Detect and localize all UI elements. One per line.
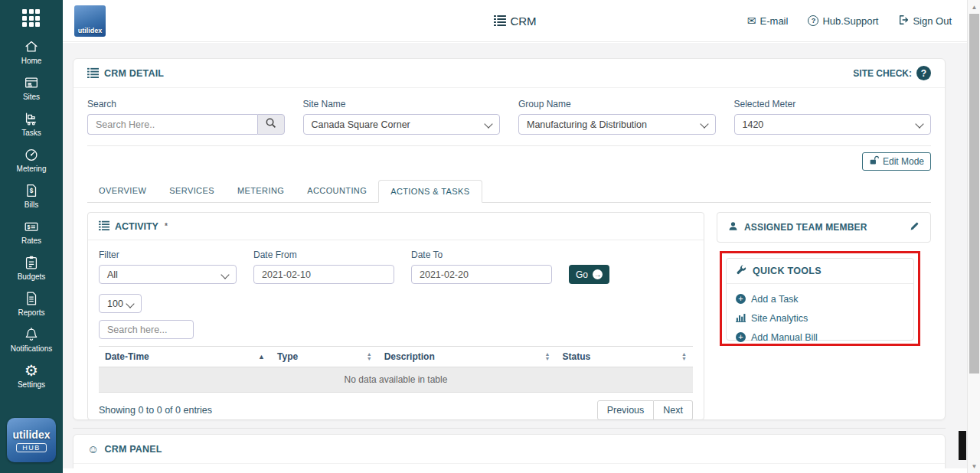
scrollbar-down-icon[interactable]: ▼ <box>968 461 980 471</box>
crm-panel-header: ☺ CRM PANEL <box>74 435 945 464</box>
quick-tools-title: QUICK TOOLS <box>753 266 822 276</box>
crm-panel-title-text: CRM PANEL <box>105 444 162 455</box>
search-input[interactable] <box>87 114 257 135</box>
sidebar: Home Sites Tasks Metering $ Bills $ Rate… <box>0 0 63 473</box>
tab-bar: OVERVIEW SERVICES METERING ACCOUNTING AC… <box>87 180 931 203</box>
table-search-input[interactable] <box>99 320 194 339</box>
tab-services[interactable]: SERVICES <box>158 180 226 202</box>
crm-panel-card: ☺ CRM PANEL <box>73 434 946 473</box>
column-header-date-time[interactable]: Date-Time▲ <box>99 347 271 367</box>
app-logo[interactable]: utilidex <box>74 5 106 37</box>
activity-table: Date-Time▲ Type▲▼ Description▲▼ Status▲▼… <box>99 346 693 393</box>
add-a-task-link[interactable]: + Add a Task <box>736 289 904 308</box>
search-icon <box>265 117 276 132</box>
tab-overview[interactable]: OVERVIEW <box>87 180 158 202</box>
go-button-label: Go <box>576 269 588 280</box>
search-button[interactable] <box>257 114 285 135</box>
group-name-value: Manufacturing & Distribution <box>527 119 647 130</box>
column-header-type[interactable]: Type▲▼ <box>271 347 378 367</box>
sidebar-item-home[interactable]: Home <box>0 34 63 70</box>
add-manual-bill-label: Add Manual Bill <box>751 332 818 343</box>
bills-icon: $ <box>23 182 40 199</box>
page-bottom-edge <box>63 468 967 473</box>
divider <box>87 145 931 146</box>
site-name-select[interactable]: Canada Square Corner <box>303 114 501 135</box>
quick-tools-header: QUICK TOOLS <box>727 259 913 284</box>
page-size-select[interactable]: 100 <box>99 294 142 313</box>
sidebar-item-metering[interactable]: Metering <box>0 142 63 178</box>
site-analytics-link[interactable]: Site Analytics <box>736 308 904 328</box>
group-name-select[interactable]: Manufacturing & Distribution <box>518 114 716 135</box>
home-icon <box>23 38 40 55</box>
grid-menu-icon[interactable] <box>22 9 41 28</box>
assigned-team-member-card: ASSIGNED TEAM MEMBER <box>717 212 931 243</box>
activity-header: ACTIVITY* <box>88 213 704 240</box>
list-icon <box>493 14 505 28</box>
date-from-input[interactable] <box>253 265 394 284</box>
go-button[interactable]: Go → <box>569 265 609 284</box>
crm-detail-card: CRM DETAIL SITE CHECK: ? Search <box>73 58 946 420</box>
settings-icon: ⚙ <box>24 362 38 379</box>
selected-meter-select[interactable]: 1420 <box>734 114 932 135</box>
svg-text:$: $ <box>27 224 30 230</box>
activity-title: ACTIVITY <box>115 221 158 232</box>
screen-artifact <box>959 431 966 460</box>
scrollbar-thumb[interactable] <box>969 14 979 374</box>
search-label: Search <box>87 99 285 109</box>
main-content: CRM DETAIL SITE CHECK: ? Search <box>63 43 967 473</box>
previous-button[interactable]: Previous <box>597 400 655 420</box>
activity-body: Filter All Date From Date To <box>88 240 704 420</box>
date-from-label: Date From <box>253 250 394 260</box>
notifications-icon <box>23 326 40 343</box>
sort-asc-icon: ▲ <box>258 353 265 360</box>
group-name-column: Group Name Manufacturing & Distribution <box>518 99 716 135</box>
person-icon <box>728 221 738 233</box>
date-to-input[interactable] <box>411 265 552 284</box>
crm-detail-body: Search Site Name Canada Square Corner Gr… <box>74 88 945 420</box>
sidebar-item-reports[interactable]: Reports <box>0 285 63 321</box>
tab-metering[interactable]: METERING <box>226 180 296 202</box>
site-name-label: Site Name <box>303 99 501 109</box>
activity-title-asterisk: * <box>165 222 168 230</box>
next-button[interactable]: Next <box>654 400 693 420</box>
sidebar-item-label: Settings <box>18 380 45 389</box>
sidebar-item-tasks[interactable]: Tasks <box>0 106 63 142</box>
sign-out-link[interactable]: Sign Out <box>898 15 952 28</box>
sidebar-logo-text: utilidex <box>12 429 50 441</box>
filter-row: Search Site Name Canada Square Corner Gr… <box>87 99 931 135</box>
sidebar-item-settings[interactable]: ⚙ Settings <box>0 357 63 393</box>
sign-out-label: Sign Out <box>913 15 952 27</box>
tab-actions-tasks[interactable]: ACTIONS & TASKS <box>378 180 482 203</box>
add-manual-bill-link[interactable]: + Add Manual Bill <box>736 328 904 347</box>
scrollbar-up-icon[interactable]: ▲ <box>968 2 980 12</box>
site-name-column: Site Name Canada Square Corner <box>303 99 501 135</box>
edit-mode-button[interactable]: Edit Mode <box>862 152 931 171</box>
sidebar-logo[interactable]: utilidex HUB <box>7 418 56 462</box>
email-link[interactable]: ✉ E-mail <box>747 15 789 27</box>
edit-team-member-button[interactable] <box>910 220 920 234</box>
email-link-label: E-mail <box>760 15 789 27</box>
section-divider <box>73 428 946 429</box>
date-to-label: Date To <box>411 250 552 260</box>
sidebar-item-bills[interactable]: $ Bills <box>0 178 63 214</box>
pagination: Previous Next <box>597 400 693 420</box>
question-circle-filled-icon[interactable]: ? <box>916 66 931 80</box>
smiley-icon: ☺ <box>87 443 100 455</box>
sidebar-item-rates[interactable]: $ Rates <box>0 214 63 250</box>
filter-value: All <box>107 269 118 280</box>
svg-text:$: $ <box>30 188 34 194</box>
column-header-status[interactable]: Status▲▼ <box>557 347 694 367</box>
filter-select[interactable]: All <box>99 265 237 284</box>
selected-meter-label: Selected Meter <box>734 99 932 109</box>
hub-support-link[interactable]: ? Hub.Support <box>808 15 878 27</box>
sidebar-item-budgets[interactable]: Budgets <box>0 250 63 285</box>
vertical-scrollbar[interactable]: ▲ ▼ <box>967 0 980 473</box>
crm-panel-title: ☺ CRM PANEL <box>87 443 162 455</box>
tab-accounting[interactable]: ACCOUNTING <box>296 180 378 202</box>
column-header-description[interactable]: Description▲▼ <box>378 347 557 367</box>
sidebar-item-label: Home <box>21 57 42 65</box>
sidebar-item-sites[interactable]: Sites <box>0 70 63 106</box>
crm-detail-title-text: CRM DETAIL <box>104 68 164 79</box>
sidebar-item-notifications[interactable]: Notifications <box>0 321 63 357</box>
quick-tools-body: + Add a Task Site Analytics + Add Manual… <box>727 284 913 352</box>
